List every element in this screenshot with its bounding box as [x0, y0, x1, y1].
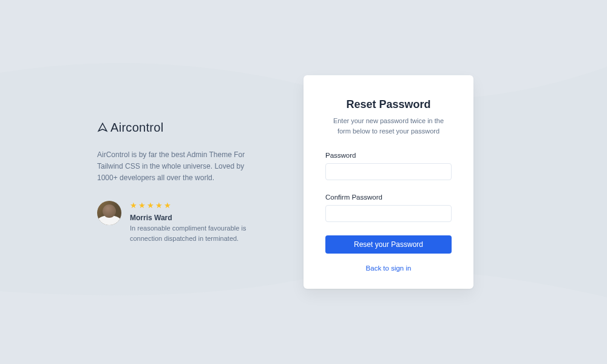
star-icon: ★ [138, 201, 146, 210]
testimonial-author-name: Morris Ward [130, 214, 255, 222]
avatar [97, 201, 121, 225]
marketing-tagline: AirControl is by far the best Admin Them… [97, 149, 255, 184]
password-label: Password [325, 152, 452, 159]
star-icon: ★ [155, 201, 163, 210]
confirm-password-label: Confirm Password [325, 194, 452, 201]
brand-logo: Aircontrol [97, 121, 255, 135]
back-to-signin-link[interactable]: Back to sign in [325, 265, 452, 272]
brand-name: Aircontrol [110, 121, 163, 135]
marketing-panel: Aircontrol AirControl is by far the best… [97, 121, 255, 244]
star-icon: ★ [164, 201, 171, 210]
reset-password-card: Reset Password Enter your new password t… [304, 75, 473, 289]
confirm-password-input[interactable] [325, 205, 452, 222]
testimonial-text: In reasonable compliment favourable is c… [130, 223, 255, 243]
password-input[interactable] [325, 163, 452, 180]
star-icon: ★ [130, 201, 137, 210]
card-subtitle: Enter your new password twice in the for… [325, 116, 452, 136]
star-icon: ★ [147, 201, 154, 210]
brand-logo-icon [97, 122, 108, 133]
rating-stars: ★ ★ ★ ★ ★ [130, 201, 255, 210]
reset-password-button[interactable]: Reset your Password [325, 235, 452, 254]
testimonial: ★ ★ ★ ★ ★ Morris Ward In reasonable comp… [97, 201, 255, 243]
card-title: Reset Password [325, 98, 452, 111]
